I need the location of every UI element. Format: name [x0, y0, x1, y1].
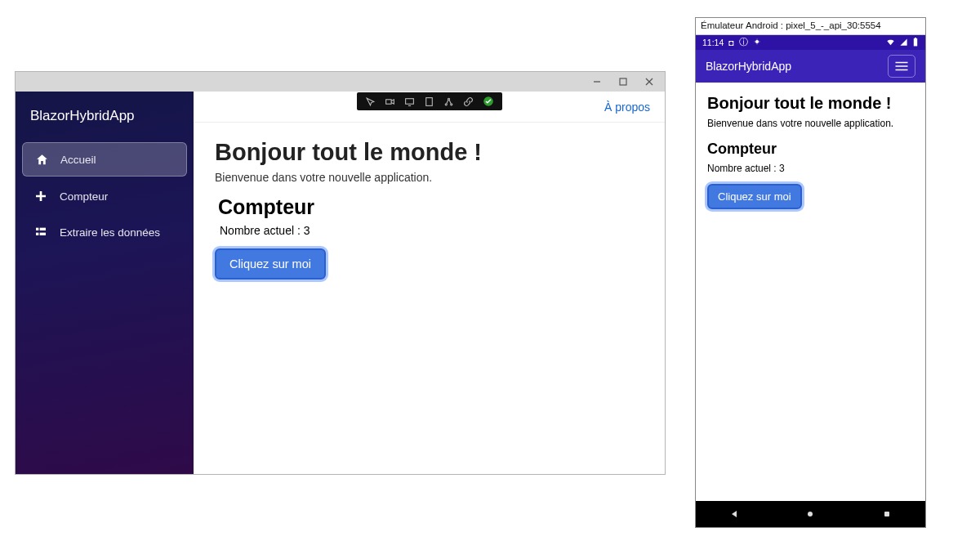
android-home-button[interactable] [804, 508, 816, 520]
page-heading: Bonjour tout le monde ! [215, 139, 644, 166]
sidebar-item-compteur[interactable]: Compteur [22, 180, 187, 212]
status-app-icon: ◘ [728, 38, 733, 47]
mobile-counter-heading: Compteur [707, 141, 914, 158]
home-icon [34, 152, 49, 167]
mobile-welcome: Bienvenue dans votre nouvelle applicatio… [707, 118, 914, 129]
sidebar-item-label: Extraire les données [60, 226, 160, 239]
sidebar-item-label: Accueil [60, 154, 96, 166]
sidebar-brand: BlazorHybridApp [16, 93, 194, 142]
signal-icon [899, 38, 908, 48]
minimize-button[interactable] [591, 76, 603, 87]
svg-rect-11 [426, 97, 433, 105]
desktop-window: BlazorHybridApp Accueil Compteur [15, 71, 666, 475]
status-info-icon: ⓘ [739, 37, 748, 48]
svg-rect-1 [620, 78, 626, 85]
counter-heading: Compteur [218, 195, 644, 219]
list-icon [33, 225, 48, 239]
svg-rect-4 [36, 228, 38, 230]
debug-screen-icon[interactable] [404, 96, 416, 107]
svg-rect-25 [884, 512, 889, 516]
svg-rect-9 [406, 98, 414, 104]
debug-toolbar [357, 92, 502, 110]
android-nav-keys [696, 501, 925, 527]
main-content: Bonjour tout le monde ! Bienvenue dans v… [194, 123, 665, 296]
svg-point-13 [451, 103, 452, 105]
mobile-navbar: BlazorHybridApp [696, 50, 925, 83]
mobile-brand: BlazorHybridApp [706, 60, 791, 73]
emulator-window-title: Émulateur Android : pixel_5_-_api_30:555… [696, 18, 925, 35]
mobile-counter-value: Nombre actuel : 3 [707, 163, 914, 174]
sidebar: BlazorHybridApp Accueil Compteur [16, 92, 194, 474]
svg-point-24 [808, 512, 813, 516]
svg-rect-5 [40, 228, 46, 230]
android-recents-button[interactable] [881, 508, 893, 520]
svg-rect-8 [386, 99, 392, 103]
mobile-heading: Bonjour tout le monde ! [707, 94, 914, 113]
main-area: À propos Bonjour tout le monde ! Bienven… [194, 92, 665, 474]
svg-rect-20 [915, 38, 916, 38]
debug-select-icon[interactable] [365, 96, 376, 107]
android-emulator: Émulateur Android : pixel_5_-_api_30:555… [695, 17, 926, 528]
status-debug-icon [753, 38, 761, 47]
svg-point-12 [445, 103, 447, 105]
wifi-icon [886, 38, 895, 48]
battery-icon [912, 38, 919, 48]
desktop-titlebar [16, 72, 665, 92]
maximize-button[interactable] [617, 76, 629, 87]
debug-video-icon[interactable] [385, 96, 396, 107]
mobile-click-me-button[interactable]: Cliquez sur moi [707, 184, 802, 209]
debug-tablet-icon[interactable] [424, 96, 435, 107]
android-status-bar: 11:14 ◘ ⓘ [696, 35, 925, 50]
hamburger-button[interactable] [888, 55, 915, 78]
debug-link-icon[interactable] [463, 96, 474, 107]
svg-rect-6 [36, 233, 38, 235]
sidebar-item-label: Compteur [60, 190, 108, 203]
debug-network-icon[interactable] [443, 96, 455, 107]
android-back-button[interactable] [728, 508, 740, 520]
welcome-text: Bienvenue dans votre nouvelle applicatio… [215, 171, 644, 184]
counter-value: Nombre actuel : 3 [220, 224, 644, 237]
svg-point-14 [448, 98, 449, 100]
about-link[interactable]: À propos [604, 101, 650, 114]
svg-rect-19 [914, 38, 917, 46]
sidebar-item-extraire[interactable]: Extraire les données [22, 216, 187, 248]
click-me-button[interactable]: Cliquez sur moi [215, 248, 326, 279]
sidebar-item-accueil[interactable]: Accueil [22, 142, 187, 177]
plus-icon [33, 189, 48, 203]
close-button[interactable] [644, 76, 655, 87]
status-time: 11:14 [702, 38, 724, 47]
debug-check-icon[interactable] [483, 96, 494, 107]
svg-rect-7 [40, 233, 46, 235]
mobile-content: Bonjour tout le monde ! Bienvenue dans v… [696, 83, 925, 501]
